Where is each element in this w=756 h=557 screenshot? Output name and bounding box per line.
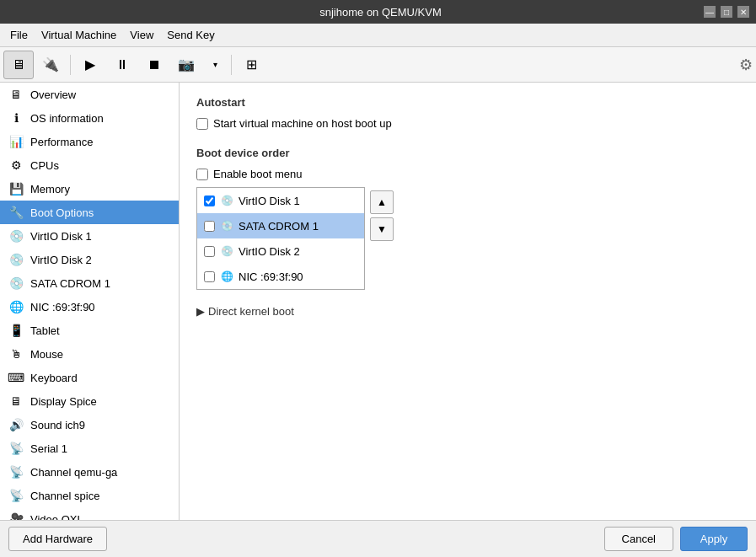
autostart-section-title: Autostart (196, 96, 739, 109)
boot-item-icon: 💿 (220, 245, 233, 257)
sidebar-label-performance: Performance (30, 136, 93, 148)
sidebar-label-display-spice: Display Spice (30, 395, 97, 408)
boot-item-icon: 💿 (220, 195, 233, 206)
sidebar-label-os-information: OS information (30, 112, 104, 125)
minimize-btn[interactable]: — (704, 6, 716, 18)
boot-down-arrow[interactable]: ▼ (370, 217, 394, 241)
sidebar-item-mouse[interactable]: 🖱 Mouse (0, 342, 179, 366)
sidebar-label-overview: Overview (30, 88, 76, 101)
sidebar-label-video-qxl: Video QXL (30, 513, 83, 521)
display-spice-icon: 🖥 (8, 394, 24, 409)
boot-item-checkbox[interactable] (204, 271, 215, 282)
sidebar-label-sound-ich9: Sound ich9 (30, 419, 85, 431)
enable-boot-menu-row: Enable boot menu (196, 168, 739, 180)
collapsible-arrow-icon: ▶ (196, 305, 205, 318)
add-hardware-button[interactable]: Add Hardware (8, 527, 107, 551)
toolbar: 🖥 🔌 ▶ ⏸ ⏹ 📷 ▾ ⊞ ⚙ (0, 47, 756, 83)
sidebar-item-overview[interactable]: 🖥 Overview (0, 83, 179, 106)
cancel-button[interactable]: Cancel (604, 527, 673, 551)
boot-item-checkbox[interactable] (204, 246, 215, 257)
sidebar-label-serial-1: Serial 1 (30, 442, 67, 455)
cpus-icon: ⚙ (8, 158, 24, 173)
boot-item[interactable]: 💿SATA CDROM 1 (197, 213, 364, 238)
boot-item-label: NIC :69:3f:90 (239, 270, 303, 283)
sidebar-label-sata-cdrom-1: SATA CDROM 1 (30, 277, 110, 290)
sidebar-item-nic[interactable]: 🌐 NIC :69:3f:90 (0, 295, 179, 319)
sidebar-label-channel-spice: Channel spice (30, 490, 99, 502)
boot-up-arrow[interactable]: ▲ (370, 190, 394, 214)
sidebar-item-tablet[interactable]: 📱 Tablet (0, 319, 179, 342)
apply-button[interactable]: Apply (680, 527, 748, 551)
boot-options-icon: 🔧 (8, 205, 24, 220)
enable-boot-menu-checkbox[interactable] (196, 169, 208, 180)
direct-kernel-boot-section[interactable]: ▶ Direct kernel boot (196, 305, 739, 318)
monitor-btn[interactable]: 🖥 (3, 51, 34, 79)
video-qxl-icon: 🎥 (8, 511, 24, 520)
main-layout: 🖥 Overview ℹ OS information 📊 Performanc… (0, 83, 756, 520)
sidebar-label-mouse: Mouse (30, 348, 63, 361)
sidebar-item-keyboard[interactable]: ⌨ Keyboard (0, 366, 179, 389)
boot-item-icon: 💿 (220, 220, 233, 232)
play-btn[interactable]: ▶ (75, 51, 105, 79)
overview-icon: 🖥 (8, 87, 24, 102)
tablet-icon: 📱 (8, 323, 24, 338)
autostart-row: Start virtual machine on host boot up (196, 117, 739, 130)
menu-view[interactable]: View (123, 26, 160, 44)
boot-item-checkbox[interactable] (204, 195, 215, 206)
sidebar-item-cpus[interactable]: ⚙ CPUs (0, 153, 179, 177)
sidebar-item-sata-cdrom-1[interactable]: 💿 SATA CDROM 1 (0, 271, 179, 295)
fullscreen-btn[interactable]: ⊞ (236, 51, 266, 79)
sidebar-item-performance[interactable]: 📊 Performance (0, 130, 179, 153)
sidebar-item-serial-1[interactable]: 📡 Serial 1 (0, 436, 179, 460)
nic-icon: 🌐 (8, 299, 24, 314)
boot-item[interactable]: 💿VirtIO Disk 2 (197, 238, 364, 264)
sidebar-item-memory[interactable]: 💾 Memory (0, 177, 179, 201)
maximize-btn[interactable]: □ (721, 6, 732, 18)
sidebar-item-virtio-disk-1[interactable]: 💿 VirtIO Disk 1 (0, 224, 179, 248)
bottom-actions: Cancel Apply (604, 527, 748, 551)
sidebar-label-virtio-disk-1: VirtIO Disk 1 (30, 230, 92, 243)
sidebar-label-nic: NIC :69:3f:90 (30, 301, 95, 313)
settings-icon: ⚙ (739, 56, 753, 74)
sidebar-item-display-spice[interactable]: 🖥 Display Spice (0, 389, 179, 413)
screenshot-arrow[interactable]: ▾ (203, 51, 227, 79)
virtio-disk-1-icon: 💿 (8, 228, 24, 244)
close-btn[interactable]: ✕ (737, 6, 749, 18)
serial-1-icon: 📡 (8, 441, 24, 456)
direct-kernel-boot-label: Direct kernel boot (208, 305, 294, 318)
pause-btn[interactable]: ⏸ (107, 51, 137, 79)
sidebar-item-boot-options[interactable]: 🔧 Boot Options (0, 201, 179, 224)
usb-btn[interactable]: 🔌 (35, 51, 66, 79)
boot-list-container: 💿VirtIO Disk 1💿SATA CDROM 1💿VirtIO Disk … (196, 187, 739, 290)
sidebar-label-tablet: Tablet (30, 324, 60, 337)
menu-file[interactable]: File (3, 26, 35, 44)
boot-item[interactable]: 🌐NIC :69:3f:90 (197, 264, 364, 289)
sidebar-label-memory: Memory (30, 183, 70, 195)
autostart-label[interactable]: Start virtual machine on host boot up (213, 117, 392, 130)
menubar: File Virtual Machine View Send Key (0, 24, 756, 47)
stop-btn[interactable]: ⏹ (139, 51, 169, 79)
boot-device-section: Boot device order Enable boot menu 💿Virt… (196, 147, 739, 290)
menu-virtual-machine[interactable]: Virtual Machine (35, 26, 123, 44)
sidebar-label-boot-options: Boot Options (30, 206, 94, 219)
sidebar-item-channel-spice[interactable]: 📡 Channel spice (0, 484, 179, 507)
menu-send-key[interactable]: Send Key (160, 26, 221, 44)
sidebar-item-video-qxl[interactable]: 🎥 Video QXL (0, 507, 179, 520)
performance-icon: 📊 (8, 134, 24, 149)
boot-item-checkbox[interactable] (204, 221, 215, 232)
sidebar-item-channel-qemu-ga[interactable]: 📡 Channel qemu-ga (0, 460, 179, 484)
bottom-bar: Add Hardware Cancel Apply (0, 520, 756, 557)
boot-item-label: SATA CDROM 1 (239, 220, 319, 233)
boot-item-icon: 🌐 (220, 270, 233, 282)
sidebar-label-keyboard: Keyboard (30, 372, 78, 384)
sound-ich9-icon: 🔊 (8, 417, 24, 432)
autostart-checkbox[interactable] (196, 118, 208, 130)
screenshot-dropdown[interactable]: 📷 (171, 51, 201, 79)
sidebar-item-sound-ich9[interactable]: 🔊 Sound ich9 (0, 413, 179, 436)
sidebar-item-os-information[interactable]: ℹ OS information (0, 106, 179, 130)
enable-boot-menu-label[interactable]: Enable boot menu (213, 168, 303, 180)
keyboard-icon: ⌨ (8, 370, 24, 385)
boot-arrows: ▲ ▼ (370, 187, 394, 290)
sidebar-item-virtio-disk-2[interactable]: 💿 VirtIO Disk 2 (0, 248, 179, 271)
boot-item[interactable]: 💿VirtIO Disk 1 (197, 188, 364, 213)
